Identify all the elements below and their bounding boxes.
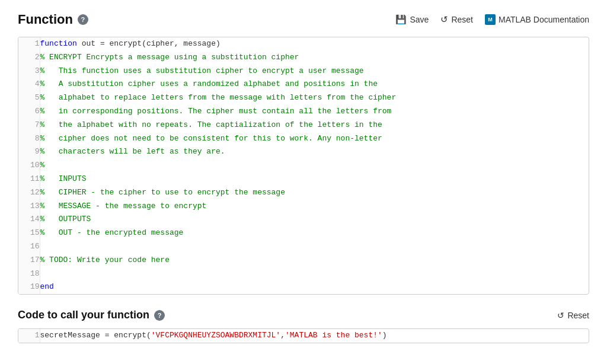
comment: % ENCRYPT Encrypts a message using a sub… [40,53,299,62]
table-row: 5% alphabet to replace letters from the … [18,91,589,105]
call-title-group: Code to call your function ? [18,309,165,321]
matlab-docs-label: MATLAB Documentation [499,15,589,24]
save-icon: 💾 [395,14,407,25]
table-row: 6% in corresponding positions. The ciphe… [18,105,589,119]
line-number: 4 [18,78,40,91]
line-number: 1 [18,37,40,51]
line-number: 17 [18,254,40,267]
table-row: 7% the alphabet with no repeats. The cap… [18,119,589,132]
line-content: % alphabet to replace letters from the m… [40,91,589,105]
table-row: 9% characters will be left as they are. [18,145,589,159]
comment: % This function uses a substitution ciph… [40,66,364,75]
table-row: 14% OUTPUTS [18,213,589,226]
line-content: % the alphabet with no repeats. The capt… [40,119,589,132]
table-row: 17% TODO: Write your code here [18,254,589,267]
comment: % characters will be left as they are. [40,147,225,156]
function-header: Function ? 💾 Save ↺ Reset M MATLAB Docum… [18,12,589,27]
line-number: 10 [18,159,40,173]
keyword: function [40,39,77,48]
line-content: secretMessage = encrypt('VFCPKGQNHEUYZSO… [40,329,589,343]
line-content: % cipher does not need to be consistent … [40,132,589,146]
header-actions: 💾 Save ↺ Reset M MATLAB Documentation [395,14,589,25]
table-row: 16 [18,240,589,254]
matlab-icon: M [485,14,496,25]
comment: % cipher does not need to be consistent … [40,134,382,143]
call-code-table: 1secretMessage = encrypt('VFCPKGQNHEUYZS… [18,329,589,343]
comment: % OUT - the encrypted message [40,228,184,237]
comment: % [40,161,45,170]
function-title-group: Function ? [18,12,88,27]
line-content: % OUTPUTS [40,213,589,226]
line-number: 14 [18,213,40,226]
line-number: 8 [18,132,40,146]
line-number: 1 [18,329,40,343]
save-button[interactable]: 💾 Save [395,14,429,25]
comment: % TODO: Write your code here [40,256,170,264]
string: 'VFCPKGQNHEUYZSOAWBDRXMITJL' [151,331,280,340]
save-label: Save [410,15,429,24]
line-number: 16 [18,240,40,254]
code-table: 1function out = encrypt(cipher, message)… [18,37,589,294]
table-row: 8% cipher does not need to be consistent… [18,132,589,146]
comment: % alphabet to replace letters from the m… [40,93,397,102]
table-row: 13% MESSAGE - the message to encrypt [18,200,589,213]
comment: % the alphabet with no repeats. The capt… [40,120,382,129]
line-content: % in corresponding positions. The cipher… [40,105,589,119]
code-editor[interactable]: 1function out = encrypt(cipher, message)… [18,37,589,295]
comment: % CIPHER - the cipher to use to encrypt … [40,188,285,197]
table-row: 1function out = encrypt(cipher, message) [18,37,589,51]
line-number: 6 [18,105,40,119]
table-row: 18 [18,267,589,281]
line-number: 3 [18,65,40,78]
line-number: 12 [18,186,40,200]
function-title: Function [18,12,73,27]
line-number: 5 [18,91,40,105]
table-row: 10% [18,159,589,173]
comment: % INPUTS [40,174,87,183]
line-number: 13 [18,200,40,213]
line-content: % INPUTS [40,173,589,186]
line-content [40,240,589,254]
line-content: end [40,280,589,294]
comment: % A substitution cipher uses a randomize… [40,79,378,88]
table-row: 4% A substitution cipher uses a randomiz… [18,78,589,91]
line-number: 9 [18,145,40,159]
page-container: Function ? 💾 Save ↺ Reset M MATLAB Docum… [0,0,607,364]
string: 'MATLAB is the best!' [285,331,382,340]
help-icon[interactable]: ? [78,14,88,25]
call-section: Code to call your function ? ↺ Reset 1se… [18,309,589,343]
line-content [40,267,589,281]
table-row: 19end [18,280,589,294]
line-content: % This function uses a substitution ciph… [40,65,589,78]
line-number: 2 [18,51,40,65]
line-number: 15 [18,226,40,240]
keyword: end [40,282,54,291]
call-header: Code to call your function ? ↺ Reset [18,309,589,321]
call-reset-label: Reset [567,311,589,320]
matlab-docs-button[interactable]: M MATLAB Documentation [485,14,589,25]
comment: % in corresponding positions. The cipher… [40,107,392,116]
line-content: % MESSAGE - the message to encrypt [40,200,589,213]
line-content: % [40,159,589,173]
line-content: % characters will be left as they are. [40,145,589,159]
call-reset-button[interactable]: ↺ Reset [557,311,589,320]
table-row: 1secretMessage = encrypt('VFCPKGQNHEUYZS… [18,329,589,343]
line-number: 7 [18,119,40,132]
call-help-icon[interactable]: ? [154,310,165,321]
reset-button[interactable]: ↺ Reset [440,14,473,25]
comment: % OUTPUTS [40,215,91,223]
line-content: % TODO: Write your code here [40,254,589,267]
call-code-editor[interactable]: 1secretMessage = encrypt('VFCPKGQNHEUYZS… [18,328,589,343]
line-content: % OUT - the encrypted message [40,226,589,240]
table-row: 3% This function uses a substitution cip… [18,65,589,78]
line-number: 19 [18,280,40,294]
table-row: 11% INPUTS [18,173,589,186]
call-title: Code to call your function [18,309,149,321]
line-content: % A substitution cipher uses a randomize… [40,78,589,91]
table-row: 12% CIPHER - the cipher to use to encryp… [18,186,589,200]
table-row: 15% OUT - the encrypted message [18,226,589,240]
call-reset-icon: ↺ [557,311,564,320]
table-row: 2% ENCRYPT Encrypts a message using a su… [18,51,589,65]
reset-icon: ↺ [440,14,448,25]
line-content: % ENCRYPT Encrypts a message using a sub… [40,51,589,65]
